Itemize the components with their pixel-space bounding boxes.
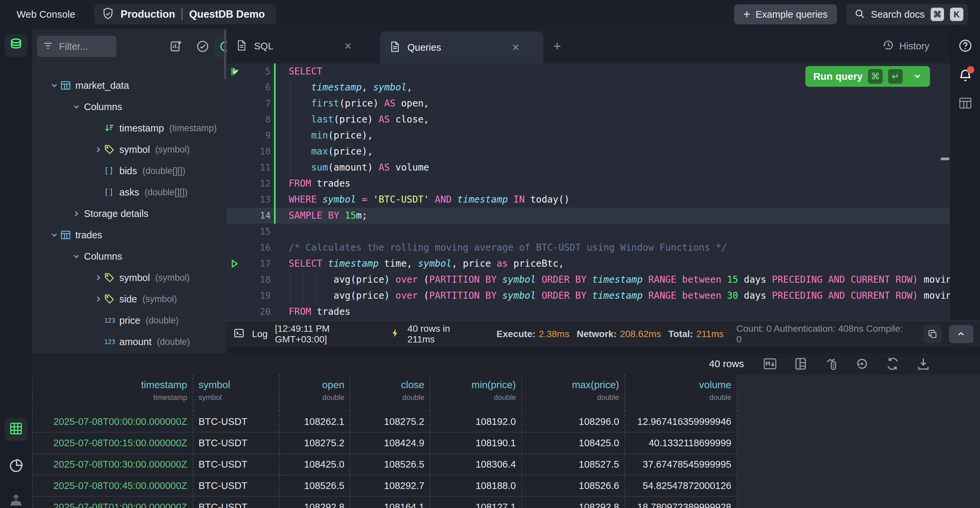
tree-item-side[interactable]: side(symbol) — [32, 288, 227, 310]
tree-item-amount[interactable]: 123amount(double) — [32, 331, 227, 353]
tree-item-trades[interactable]: trades — [32, 224, 227, 246]
new-tab-button[interactable]: + — [553, 39, 561, 54]
chevron-down-icon[interactable] — [913, 72, 922, 82]
chevron-down-icon[interactable] — [50, 231, 60, 239]
code-line-10[interactable]: 10 max(price), — [227, 144, 950, 160]
run-query-button[interactable]: Run query ⌘ ↵ — [805, 66, 930, 87]
column-header-open[interactable]: opendouble — [280, 374, 350, 411]
filter-input-wrap[interactable] — [37, 36, 116, 57]
sql-editor[interactable]: 5SELECT6 timestamp, symbol,7 first(price… — [227, 64, 950, 320]
table-cell[interactable]: 108306.4 — [430, 454, 522, 474]
table-cell[interactable]: 2025-07-08T00:45:00.000000Z — [33, 475, 193, 496]
table-cell[interactable]: 108527.5 — [522, 454, 625, 474]
chevron-right-icon[interactable] — [94, 145, 104, 154]
table-cell[interactable]: 108275.2 — [350, 411, 430, 432]
grid-view-button[interactable] — [5, 418, 27, 441]
table-cell[interactable]: 108424.9 — [350, 433, 430, 453]
table-cell[interactable]: 108296.0 — [522, 411, 625, 432]
tree-item-timestamp[interactable]: timestamp(timestamp) — [32, 118, 227, 139]
table-cell[interactable]: 2025-07-08T00:15:00.000000Z — [33, 433, 193, 453]
table-cell[interactable]: BTC-USDT — [193, 475, 280, 496]
column-header-timestamp[interactable]: timestamptimestamp — [33, 374, 193, 411]
table-row[interactable]: 2025-07-08T00:15:00.000000ZBTC-USDT10827… — [33, 433, 737, 454]
chevron-down-icon[interactable] — [72, 252, 82, 261]
code-line-17[interactable]: 17SELECT timestamp time, symbol, price a… — [227, 256, 950, 272]
table-row[interactable]: 2025-07-08T00:45:00.000000ZBTC-USDT10852… — [33, 475, 737, 497]
table-cell[interactable]: 2025-07-08T00:00:00.000000Z — [33, 411, 193, 432]
code-line-11[interactable]: 11 sum(amount) AS volume — [227, 160, 950, 176]
tree-item-bids[interactable]: []bids(double[][]) — [32, 160, 227, 182]
table-cell[interactable]: 108526.5 — [280, 475, 350, 496]
import-button[interactable] — [5, 489, 27, 508]
tab-sql[interactable]: SQL ✕ — [227, 29, 380, 64]
close-tab-icon[interactable]: ✕ — [344, 41, 352, 52]
table-cell[interactable]: 108275.2 — [280, 433, 350, 453]
example-queries-button[interactable]: + Example queries — [734, 4, 837, 24]
copy-log-button[interactable] — [924, 325, 942, 343]
table-cell[interactable]: 108425.0 — [280, 454, 350, 474]
code-line-19[interactable]: 19 avg(price) over (PARTITION BY symbol … — [227, 288, 950, 304]
table-cell[interactable]: 108526.5 — [350, 454, 430, 474]
restore-history-icon[interactable] — [855, 356, 869, 371]
table-cell[interactable]: 18.780972389999928 — [625, 497, 737, 508]
table-cell[interactable]: 108425.0 — [522, 433, 625, 453]
run-line-marker-icon[interactable] — [229, 258, 241, 269]
table-cell[interactable]: BTC-USDT — [193, 454, 280, 474]
notifications-button[interactable] — [958, 68, 973, 83]
close-tab-icon[interactable]: ✕ — [512, 42, 520, 53]
refresh-results-icon[interactable] — [885, 356, 900, 371]
table-cell[interactable]: 108127.1 — [430, 497, 522, 508]
table-row[interactable]: 2025-07-08T01:00:00.000000ZBTC-USDT10829… — [33, 497, 737, 508]
column-header-close[interactable]: closedouble — [350, 374, 430, 411]
editor-scrollbar[interactable] — [941, 158, 949, 160]
table-cell[interactable]: 108292.7 — [350, 475, 430, 496]
history-button[interactable]: History — [883, 29, 929, 64]
code-line-16[interactable]: 16/* Calculates the rolling moving avera… — [227, 240, 950, 256]
instance-badge[interactable]: Production QuestDB Demo — [94, 4, 276, 24]
chart-tool-icon[interactable] — [824, 356, 838, 371]
markdown-export-icon[interactable] — [763, 356, 777, 371]
table-cell[interactable]: BTC-USDT — [193, 411, 280, 432]
query-success-marker-icon[interactable] — [229, 66, 241, 77]
tree-item-storage-details[interactable]: Storage details — [32, 203, 227, 224]
column-header-min-price-[interactable]: min(price)double — [430, 374, 522, 411]
check-circle-icon[interactable] — [194, 38, 211, 55]
table-cell[interactable]: 108262.1 — [280, 411, 350, 432]
tree-item-price[interactable]: 123price(double) — [32, 310, 227, 331]
table-cell[interactable]: 37.67478545999995 — [625, 454, 737, 474]
add-metrics-icon[interactable] — [167, 38, 184, 55]
column-header-volume[interactable]: volumedouble — [625, 374, 737, 411]
chevron-right-icon[interactable] — [72, 209, 82, 218]
table-cell[interactable]: 108192.0 — [430, 411, 522, 432]
chevron-down-icon[interactable] — [72, 102, 82, 111]
table-cell[interactable]: 2025-07-08T01:00:00.000000Z — [33, 497, 193, 508]
table-cell[interactable]: 108292.8 — [280, 497, 350, 508]
code-line-14[interactable]: 14SAMPLE BY 15m; — [227, 208, 950, 224]
table-cell[interactable]: 108188.0 — [430, 475, 522, 496]
tree-item-symbol[interactable]: symbol(symbol) — [32, 267, 227, 288]
code-line-8[interactable]: 8 last(price) AS close, — [227, 112, 950, 128]
result-panel-toggle[interactable] — [958, 96, 973, 111]
table-cell[interactable]: 108526.6 — [522, 475, 625, 496]
code-line-12[interactable]: 12FROM trades — [227, 176, 950, 192]
database-nav-button[interactable] — [5, 34, 27, 57]
table-cell[interactable]: BTC-USDT — [193, 433, 280, 453]
chevron-right-icon[interactable] — [94, 273, 104, 282]
code-line-15[interactable]: 15 — [227, 224, 950, 240]
code-line-20[interactable]: 20FROM trades — [227, 304, 950, 320]
download-icon[interactable] — [916, 356, 931, 371]
table-cell[interactable]: 54.82547872000126 — [625, 475, 737, 496]
table-row[interactable]: 2025-07-08T00:30:00.000000ZBTC-USDT10842… — [33, 454, 737, 475]
code-line-13[interactable]: 13WHERE symbol = 'BTC-USDT' AND timestam… — [227, 192, 950, 208]
table-cell[interactable]: 2025-07-08T00:30:00.000000Z — [33, 454, 193, 474]
code-line-9[interactable]: 9 min(price), — [227, 128, 950, 144]
tree-item-market-data[interactable]: market_data — [32, 75, 227, 96]
tree-item-symbol[interactable]: symbol(symbol) — [32, 139, 227, 160]
table-cell[interactable]: 108164.1 — [350, 497, 430, 508]
chart-view-button[interactable] — [5, 455, 27, 478]
table-row[interactable]: 2025-07-08T00:00:00.000000ZBTC-USDT10826… — [33, 411, 737, 433]
chevron-down-icon[interactable] — [50, 81, 60, 90]
table-cell[interactable]: 108190.1 — [430, 433, 522, 453]
table-cell[interactable]: 108292.8 — [522, 497, 625, 508]
table-cell[interactable]: 40.1332118699999 — [625, 433, 737, 453]
